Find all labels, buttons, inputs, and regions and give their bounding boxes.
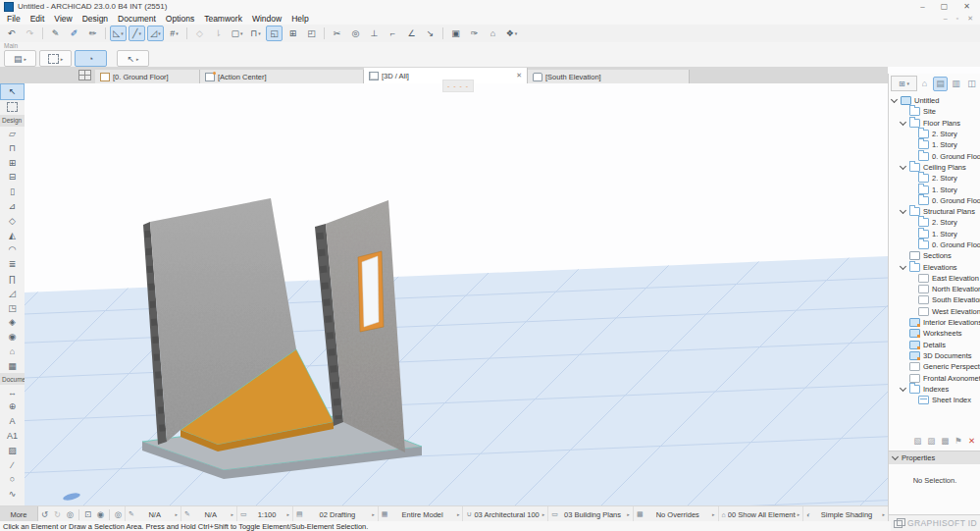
snap-grid-button[interactable]: #▾ (166, 26, 182, 41)
explode-button[interactable]: ◰ (303, 26, 320, 41)
tab-south-elevation[interactable]: [South Elevation] (528, 70, 690, 83)
tree-item-sections[interactable]: Sections (889, 250, 980, 261)
plane-snap-button[interactable]: ⇂ (210, 26, 227, 41)
3d-viewport[interactable] (25, 83, 888, 505)
navigate-forward-icon[interactable]: ↻ (51, 509, 64, 519)
menu-options[interactable]: Options (161, 14, 199, 24)
expand-chevron-icon[interactable] (900, 119, 906, 126)
toolbox-more-button[interactable]: More (0, 506, 38, 522)
railing-tool[interactable]: ∏ (0, 272, 25, 287)
expand-chevron-icon[interactable] (900, 385, 906, 392)
explore-model-icon[interactable]: ◉ (94, 509, 107, 519)
tree-item-1-story[interactable]: 1. Story (889, 184, 980, 194)
orbit-button[interactable]: ◔ (75, 50, 107, 67)
circle-tool[interactable]: ○ (0, 472, 25, 487)
adjust-button[interactable]: ◎ (347, 26, 364, 41)
marquee-mode-button[interactable]: ▸ (39, 50, 72, 67)
modify-button[interactable]: ▣ (447, 26, 464, 41)
curtain-wall-tool[interactable]: ⊟ (0, 170, 25, 185)
expand-chevron-icon[interactable] (900, 163, 906, 170)
menu-window[interactable]: Window (247, 14, 286, 24)
edit-selection-set-button[interactable]: ⊞ (284, 26, 301, 41)
doc-restore-button[interactable]: ▫ (956, 15, 958, 23)
pick-up-parameters-button[interactable]: ✎ (47, 26, 64, 41)
tree-item-3d-documents[interactable]: 3D Documents (889, 350, 980, 361)
tab-action-center[interactable]: [Action Center] (200, 70, 364, 83)
navigate-back-icon[interactable]: ↺ (38, 509, 51, 519)
override-pen-quick-option[interactable]: ✎N/A▸ (181, 506, 236, 522)
model-filter-quick-option[interactable]: ▦Entire Model▸ (378, 506, 463, 522)
fill-tool[interactable]: ▨ (0, 443, 25, 457)
menu-design[interactable]: Design (77, 14, 113, 24)
tree-item-details[interactable]: Details (889, 340, 980, 350)
3d-viewport-canvas[interactable] (25, 83, 888, 505)
close-icon[interactable]: ✕ (516, 72, 522, 80)
morph-tool[interactable]: ◳ (0, 300, 25, 315)
undo-button[interactable]: ↶ (3, 26, 20, 41)
menu-help[interactable]: Help (286, 14, 313, 24)
tree-item-south-elevation[interactable]: South Elevation (889, 294, 980, 305)
zoom-icon[interactable]: ◎ (64, 509, 77, 519)
beam-tool[interactable]: ⊿ (0, 199, 25, 214)
door-tool[interactable]: ⊓ (0, 140, 25, 155)
expand-chevron-icon[interactable] (900, 207, 906, 214)
tree-item-2-story[interactable]: 2. Story (889, 217, 980, 228)
properties-header[interactable]: Properties (889, 451, 980, 465)
line-tool[interactable]: ∕ (0, 457, 25, 472)
split-button[interactable]: ✂ (329, 26, 345, 41)
tree-item-floor-plans[interactable]: Floor Plans (889, 118, 980, 129)
clone-folder-button[interactable]: ▩ (941, 436, 949, 446)
doc-close-button[interactable]: ✕ (967, 15, 973, 23)
graphic-overrides-quick-option[interactable]: ▩No Overrides▸ (633, 506, 718, 522)
intersect-button[interactable]: ⊥ (366, 26, 383, 41)
menu-edit[interactable]: Edit (26, 14, 50, 24)
tree-item-generic-perspective[interactable]: Generic Perspective (889, 361, 980, 372)
level-dimension-tool[interactable]: ⊕ (0, 399, 25, 414)
tree-item-0-ground-floor[interactable]: 0. Ground Floor (889, 150, 980, 161)
view-map-button[interactable]: ▤ (933, 77, 948, 91)
arrow-tool-button[interactable]: ↖▸ (117, 50, 149, 67)
hotlink-button[interactable]: ⌂ (485, 26, 501, 41)
text-tool[interactable]: A (0, 414, 25, 429)
menu-file[interactable]: File (2, 14, 26, 24)
close-button[interactable]: ✕ (963, 2, 970, 11)
view-settings-button[interactable]: ⚑ (954, 436, 962, 446)
roof-tool[interactable]: ◭ (0, 228, 25, 242)
tab-overview-icon[interactable] (78, 70, 91, 80)
snap-references-button[interactable]: ◿▾ (147, 26, 164, 41)
project-chooser-button[interactable]: ⊞ ▾ (891, 76, 917, 91)
new-folder-button[interactable]: ▧ (913, 436, 921, 446)
layout-book-button[interactable]: ▥ (949, 77, 963, 91)
object-tool[interactable]: ◈ (0, 315, 25, 330)
tree-item-0-ground-floor[interactable]: 0. Ground Floor (889, 195, 980, 206)
zone-tool[interactable]: ⌂ (0, 345, 25, 359)
menu-document[interactable]: Document (113, 14, 161, 24)
scale-quick-option[interactable]: ▭1:100▸ (236, 506, 292, 522)
tree-item-2-story[interactable]: 2. Story (889, 173, 980, 184)
tree-item-west-elevation[interactable]: West Elevation (889, 306, 980, 317)
menu-teamwork[interactable]: Teamwork (199, 14, 247, 24)
minimize-button[interactable]: – (920, 2, 924, 11)
layer-quick-option[interactable]: ▤02 Drafting▸ (292, 506, 378, 522)
mesh-tool[interactable]: ▦ (0, 358, 25, 373)
stretch-button[interactable]: ↘ (422, 26, 438, 41)
lamp-tool[interactable]: ◉ (0, 330, 25, 345)
project-map-button[interactable]: ⌂ (917, 77, 932, 91)
tree-item-1-story[interactable]: 1. Story (889, 139, 980, 150)
window-pane[interactable] (362, 256, 379, 327)
tree-item-ceiling-plans[interactable]: Ceiling Plans (889, 162, 980, 173)
renovation-filter-quick-option[interactable]: ⌂00 Show All Elements▸ (718, 506, 803, 522)
guide-lines-button[interactable]: ◺▾ (110, 26, 127, 41)
tree-item-worksheets[interactable]: Worksheets (889, 328, 980, 339)
tree-item-east-elevation[interactable]: East Elevation (889, 273, 980, 284)
annotate-button[interactable]: ✑ (466, 26, 483, 41)
save-current-view-button[interactable]: ▨ (927, 436, 935, 446)
spline-tool[interactable]: ∿ (0, 487, 25, 502)
guide-segments-button[interactable]: ╱▾ (129, 26, 145, 41)
library-button[interactable]: ❖▾ (503, 26, 520, 41)
delete-button[interactable]: ✕ (968, 436, 975, 446)
dimension-tool[interactable]: ↔ (0, 385, 25, 399)
chamfer-button[interactable]: ∠ (403, 26, 420, 41)
tab-0-ground-floor[interactable]: [0. Ground Floor] (95, 70, 200, 83)
tree-item-elevations[interactable]: Elevations (889, 261, 980, 272)
